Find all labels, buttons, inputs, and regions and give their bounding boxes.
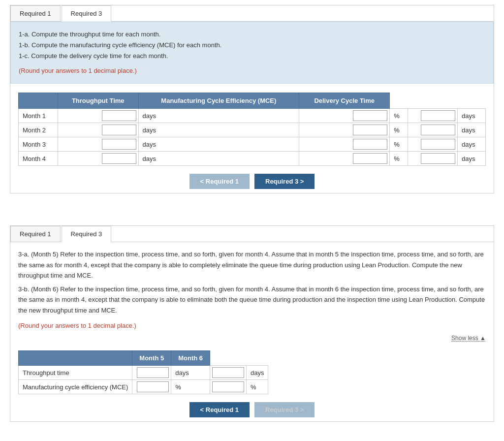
- mce-month3-unit: %: [390, 137, 408, 152]
- next-button-s2: Required 3 >: [254, 402, 315, 417]
- info-para-3b: 3-b. (Month 6) Refer to the inspection t…: [18, 284, 486, 315]
- throughput-month3-input[interactable]: [102, 139, 136, 150]
- delivery-month4-cell: [408, 152, 457, 166]
- row-label-month3: Month 3: [19, 137, 58, 152]
- throughput-month1-input[interactable]: [102, 110, 136, 121]
- delivery-month3-input[interactable]: [421, 139, 455, 150]
- delivery-month2-input[interactable]: [421, 125, 455, 135]
- col-mce: Manufacturing Cycle Efficiency (MCE): [138, 93, 299, 109]
- mce-month4-cell: [299, 152, 390, 166]
- delivery-month3-unit: days: [457, 137, 485, 152]
- section1-info-box: 1-a. Compute the throughput time for eac…: [10, 22, 494, 84]
- tab-required1-s1[interactable]: Required 1: [10, 5, 61, 21]
- round-note-s1: (Round your answers to 1 decimal place.): [19, 65, 485, 76]
- prev-button-s1[interactable]: < Required 1: [189, 174, 250, 189]
- delivery-month4-unit: days: [457, 152, 485, 166]
- clearfix: Show less ▲: [18, 331, 486, 344]
- throughput-month2-input[interactable]: [102, 125, 136, 135]
- section2-nav: < Required 1 Required 3 >: [10, 402, 494, 417]
- table-row: Month 3 days % days: [19, 137, 486, 152]
- mce-month5-unit: %: [171, 380, 210, 394]
- throughput-month2-cell: [58, 123, 139, 137]
- section2-table-wrapper: Month 5 Month 6 Throughput time days day…: [18, 350, 486, 394]
- col-delivery: Delivery Cycle Time: [299, 93, 390, 109]
- section1-tab-bar: Required 1 Required 3: [10, 5, 494, 22]
- mce-month2-unit: %: [390, 123, 408, 137]
- round-note-s2: (Round your answers to 1 decimal place.): [18, 320, 486, 331]
- col-empty: [19, 93, 58, 109]
- mce-month5-input[interactable]: [137, 381, 169, 392]
- info-line-2: 1-b. Compute the manufacturing cycle eff…: [19, 40, 485, 51]
- mce-month2-cell: [299, 123, 390, 137]
- show-less-button[interactable]: Show less ▲: [451, 334, 486, 344]
- row-label-month2: Month 2: [19, 123, 58, 137]
- mce-month6-cell: [210, 380, 247, 394]
- mce-month2-input[interactable]: [353, 125, 387, 135]
- table-row: Month 4 days % days: [19, 152, 486, 166]
- mce-month6-unit: %: [247, 380, 268, 394]
- delivery-month2-cell: [408, 123, 457, 137]
- section2-info-text: 3-a. (Month 5) Refer to the inspection t…: [10, 242, 494, 350]
- row-label-month1: Month 1: [19, 109, 58, 123]
- info-line-1: 1-a. Compute the throughput time for eac…: [19, 29, 485, 40]
- tab-required1-s2[interactable]: Required 1: [10, 226, 61, 242]
- section2: Required 1 Required 3 3-a. (Month 5) Ref…: [10, 225, 494, 422]
- throughput-month3-cell: [58, 137, 139, 152]
- throughput-month2-unit: days: [138, 123, 299, 137]
- section2-table: Month 5 Month 6 Throughput time days day…: [18, 350, 268, 394]
- tab-required3-s1[interactable]: Required 3: [62, 5, 112, 22]
- tab-required3-s2[interactable]: Required 3: [62, 226, 112, 242]
- s2-col-month5: Month 5: [132, 351, 171, 366]
- section1-nav: < Required 1 Required 3 >: [10, 174, 494, 189]
- s2-col-empty: [19, 351, 132, 366]
- delivery-month1-input[interactable]: [421, 110, 455, 121]
- throughput-month1-cell: [58, 109, 139, 123]
- section2-tab-bar: Required 1 Required 3: [10, 226, 494, 242]
- delivery-month1-cell: [408, 109, 457, 123]
- delivery-month1-unit: days: [457, 109, 485, 123]
- s2-col-month6: Month 6: [171, 351, 210, 366]
- table-row: Month 1 days % days: [19, 109, 486, 123]
- mce-month6-input[interactable]: [212, 381, 244, 392]
- prev-button-s2[interactable]: < Required 1: [189, 402, 250, 417]
- throughput-month4-cell: [58, 152, 139, 166]
- mce-month4-unit: %: [390, 152, 408, 166]
- throughput-month5-input[interactable]: [137, 367, 169, 378]
- throughput-month5-unit: days: [171, 366, 210, 380]
- row-label-mce: Manufacturing cycle efficiency (MCE): [19, 380, 132, 394]
- col-throughput: Throughput Time: [58, 93, 139, 109]
- mce-month1-input[interactable]: [353, 110, 387, 121]
- delivery-month2-unit: days: [457, 123, 485, 137]
- row-label-throughput: Throughput time: [19, 366, 132, 380]
- mce-month3-input[interactable]: [353, 139, 387, 150]
- next-button-s1[interactable]: Required 3 >: [254, 174, 315, 189]
- section1: Required 1 Required 3 1-a. Compute the t…: [10, 5, 494, 193]
- table-row: Manufacturing cycle efficiency (MCE) % %: [19, 380, 268, 394]
- info-para-3a: 3-a. (Month 5) Refer to the inspection t…: [18, 249, 486, 281]
- section1-table-wrapper: Throughput Time Manufacturing Cycle Effi…: [18, 93, 486, 166]
- mce-month5-cell: [132, 380, 171, 394]
- throughput-month6-input[interactable]: [212, 367, 244, 378]
- mce-month3-cell: [299, 137, 390, 152]
- mce-month4-input[interactable]: [353, 153, 387, 164]
- table-row: Throughput time days days: [19, 366, 268, 380]
- table-row: Month 2 days % days: [19, 123, 486, 137]
- mce-month1-unit: %: [390, 109, 408, 123]
- throughput-month6-unit: days: [247, 366, 268, 380]
- delivery-month4-input[interactable]: [421, 153, 455, 164]
- info-line-3: 1-c. Compute the delivery cycle time for…: [19, 51, 485, 62]
- throughput-month6-cell: [210, 366, 247, 380]
- throughput-month3-unit: days: [138, 137, 299, 152]
- section1-table: Throughput Time Manufacturing Cycle Effi…: [18, 93, 486, 166]
- row-label-month4: Month 4: [19, 152, 58, 166]
- throughput-month4-unit: days: [138, 152, 299, 166]
- throughput-month1-unit: days: [138, 109, 299, 123]
- delivery-month3-cell: [408, 137, 457, 152]
- throughput-month4-input[interactable]: [102, 153, 136, 164]
- mce-month1-cell: [299, 109, 390, 123]
- throughput-month5-cell: [132, 366, 171, 380]
